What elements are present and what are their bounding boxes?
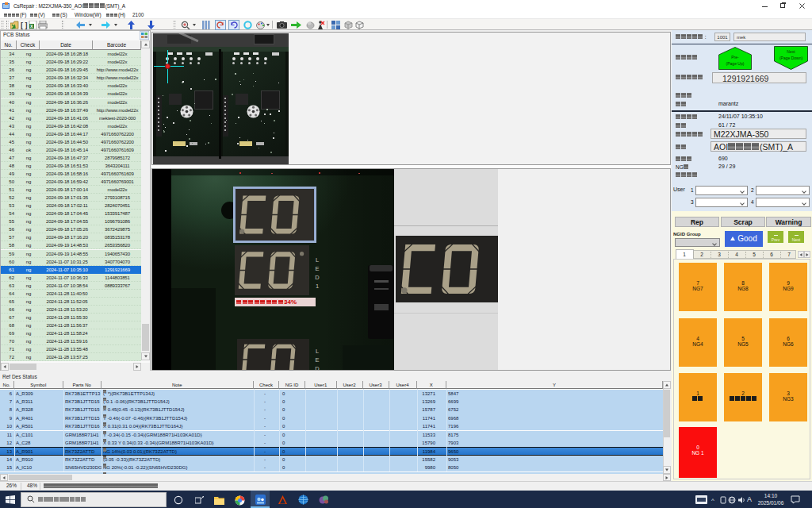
svg-text:(Page Down): (Page Down) — [779, 56, 803, 60]
svg-text:Pre-: Pre- — [731, 55, 739, 60]
svg-text:(Page Up): (Page Up) — [726, 61, 745, 66]
svg-text:X: X — [30, 24, 33, 29]
svg-text:Next: Next — [787, 49, 795, 54]
